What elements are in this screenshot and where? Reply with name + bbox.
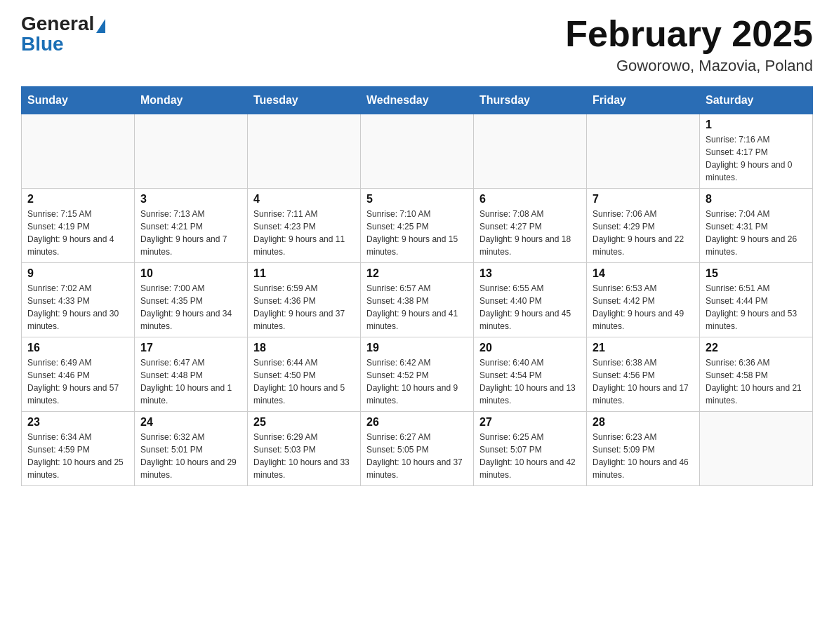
calendar-cell: 21Sunrise: 6:38 AM Sunset: 4:56 PM Dayli… — [587, 337, 700, 412]
day-info: Sunrise: 7:15 AM Sunset: 4:19 PM Dayligh… — [27, 208, 128, 258]
calendar-cell: 10Sunrise: 7:00 AM Sunset: 4:35 PM Dayli… — [135, 263, 248, 337]
day-info: Sunrise: 6:36 AM Sunset: 4:58 PM Dayligh… — [706, 356, 807, 407]
day-info: Sunrise: 6:34 AM Sunset: 4:59 PM Dayligh… — [27, 431, 128, 481]
day-number: 16 — [27, 342, 128, 354]
day-info: Sunrise: 6:27 AM Sunset: 5:05 PM Dayligh… — [366, 431, 468, 481]
calendar-cell: 14Sunrise: 6:53 AM Sunset: 4:42 PM Dayli… — [587, 263, 700, 337]
calendar-cell — [22, 114, 135, 189]
page-header: General Blue February 2025 Goworowo, Maz… — [21, 14, 813, 75]
calendar-header-row: SundayMondayTuesdayWednesdayThursdayFrid… — [22, 87, 813, 114]
day-number: 14 — [593, 267, 694, 280]
day-number: 25 — [253, 416, 355, 429]
day-number: 28 — [593, 416, 694, 429]
calendar-cell: 28Sunrise: 6:23 AM Sunset: 5:09 PM Dayli… — [587, 412, 700, 486]
day-number: 17 — [140, 342, 241, 354]
calendar-header-sunday: Sunday — [22, 87, 135, 114]
title-section: February 2025 Goworowo, Mazovia, Poland — [565, 14, 813, 75]
calendar-header-tuesday: Tuesday — [248, 87, 361, 114]
calendar-cell: 27Sunrise: 6:25 AM Sunset: 5:07 PM Dayli… — [474, 412, 587, 486]
day-number: 2 — [27, 193, 128, 206]
day-number: 23 — [27, 416, 128, 429]
calendar-cell: 2Sunrise: 7:15 AM Sunset: 4:19 PM Daylig… — [22, 189, 135, 263]
day-number: 21 — [593, 342, 694, 354]
calendar-cell: 5Sunrise: 7:10 AM Sunset: 4:25 PM Daylig… — [361, 189, 474, 263]
day-info: Sunrise: 6:51 AM Sunset: 4:44 PM Dayligh… — [706, 282, 807, 333]
day-info: Sunrise: 7:16 AM Sunset: 4:17 PM Dayligh… — [706, 133, 807, 184]
calendar-week-row: 1Sunrise: 7:16 AM Sunset: 4:17 PM Daylig… — [22, 114, 813, 189]
day-number: 1 — [706, 119, 807, 131]
day-info: Sunrise: 6:32 AM Sunset: 5:01 PM Dayligh… — [140, 431, 241, 481]
day-info: Sunrise: 6:59 AM Sunset: 4:36 PM Dayligh… — [253, 282, 355, 333]
day-number: 19 — [366, 342, 468, 354]
day-info: Sunrise: 7:13 AM Sunset: 4:21 PM Dayligh… — [140, 208, 241, 258]
calendar-cell: 19Sunrise: 6:42 AM Sunset: 4:52 PM Dayli… — [361, 337, 474, 412]
calendar-cell: 7Sunrise: 7:06 AM Sunset: 4:29 PM Daylig… — [587, 189, 700, 263]
day-number: 12 — [366, 267, 468, 280]
calendar-table: SundayMondayTuesdayWednesdayThursdayFrid… — [21, 86, 813, 486]
calendar-cell: 15Sunrise: 6:51 AM Sunset: 4:44 PM Dayli… — [700, 263, 813, 337]
calendar-cell — [474, 114, 587, 189]
calendar-cell: 1Sunrise: 7:16 AM Sunset: 4:17 PM Daylig… — [700, 114, 813, 189]
day-number: 7 — [593, 193, 694, 206]
day-info: Sunrise: 6:29 AM Sunset: 5:03 PM Dayligh… — [253, 431, 355, 481]
logo-general-text: General — [21, 13, 94, 34]
day-info: Sunrise: 7:10 AM Sunset: 4:25 PM Dayligh… — [366, 208, 468, 258]
calendar-cell: 20Sunrise: 6:40 AM Sunset: 4:54 PM Dayli… — [474, 337, 587, 412]
day-info: Sunrise: 7:11 AM Sunset: 4:23 PM Dayligh… — [253, 208, 355, 258]
calendar-cell: 13Sunrise: 6:55 AM Sunset: 4:40 PM Dayli… — [474, 263, 587, 337]
calendar-cell — [135, 114, 248, 189]
day-info: Sunrise: 6:25 AM Sunset: 5:07 PM Dayligh… — [479, 431, 581, 481]
day-info: Sunrise: 6:49 AM Sunset: 4:46 PM Dayligh… — [27, 356, 128, 407]
day-info: Sunrise: 6:38 AM Sunset: 4:56 PM Dayligh… — [593, 356, 694, 407]
day-number: 8 — [706, 193, 807, 206]
calendar-cell: 12Sunrise: 6:57 AM Sunset: 4:38 PM Dayli… — [361, 263, 474, 337]
calendar-week-row: 16Sunrise: 6:49 AM Sunset: 4:46 PM Dayli… — [22, 337, 813, 412]
day-info: Sunrise: 7:02 AM Sunset: 4:33 PM Dayligh… — [27, 282, 128, 333]
calendar-header-friday: Friday — [587, 87, 700, 114]
day-number: 9 — [27, 267, 128, 280]
calendar-cell: 23Sunrise: 6:34 AM Sunset: 4:59 PM Dayli… — [22, 412, 135, 486]
day-number: 6 — [479, 193, 581, 206]
day-info: Sunrise: 6:55 AM Sunset: 4:40 PM Dayligh… — [479, 282, 581, 333]
day-info: Sunrise: 6:42 AM Sunset: 4:52 PM Dayligh… — [366, 356, 468, 407]
logo-blue-text: Blue — [21, 33, 64, 55]
logo-triangle-icon — [96, 19, 105, 33]
calendar-cell: 11Sunrise: 6:59 AM Sunset: 4:36 PM Dayli… — [248, 263, 361, 337]
day-number: 5 — [366, 193, 468, 206]
day-info: Sunrise: 7:08 AM Sunset: 4:27 PM Dayligh… — [479, 208, 581, 258]
day-number: 20 — [479, 342, 581, 354]
calendar-cell: 4Sunrise: 7:11 AM Sunset: 4:23 PM Daylig… — [248, 189, 361, 263]
calendar-cell: 18Sunrise: 6:44 AM Sunset: 4:50 PM Dayli… — [248, 337, 361, 412]
calendar-header-saturday: Saturday — [700, 87, 813, 114]
calendar-week-row: 23Sunrise: 6:34 AM Sunset: 4:59 PM Dayli… — [22, 412, 813, 486]
calendar-header-thursday: Thursday — [474, 87, 587, 114]
calendar-cell: 25Sunrise: 6:29 AM Sunset: 5:03 PM Dayli… — [248, 412, 361, 486]
calendar-cell — [587, 114, 700, 189]
calendar-cell: 22Sunrise: 6:36 AM Sunset: 4:58 PM Dayli… — [700, 337, 813, 412]
calendar-cell: 9Sunrise: 7:02 AM Sunset: 4:33 PM Daylig… — [22, 263, 135, 337]
day-number: 11 — [253, 267, 355, 280]
day-info: Sunrise: 6:40 AM Sunset: 4:54 PM Dayligh… — [479, 356, 581, 407]
calendar-header-monday: Monday — [135, 87, 248, 114]
calendar-cell: 3Sunrise: 7:13 AM Sunset: 4:21 PM Daylig… — [135, 189, 248, 263]
day-info: Sunrise: 6:44 AM Sunset: 4:50 PM Dayligh… — [253, 356, 355, 407]
calendar-cell: 8Sunrise: 7:04 AM Sunset: 4:31 PM Daylig… — [700, 189, 813, 263]
calendar-week-row: 2Sunrise: 7:15 AM Sunset: 4:19 PM Daylig… — [22, 189, 813, 263]
calendar-cell: 6Sunrise: 7:08 AM Sunset: 4:27 PM Daylig… — [474, 189, 587, 263]
day-number: 26 — [366, 416, 468, 429]
calendar-cell — [700, 412, 813, 486]
calendar-cell: 26Sunrise: 6:27 AM Sunset: 5:05 PM Dayli… — [361, 412, 474, 486]
month-title: February 2025 — [565, 14, 813, 54]
day-info: Sunrise: 7:04 AM Sunset: 4:31 PM Dayligh… — [706, 208, 807, 258]
calendar-week-row: 9Sunrise: 7:02 AM Sunset: 4:33 PM Daylig… — [22, 263, 813, 337]
day-number: 27 — [479, 416, 581, 429]
day-number: 22 — [706, 342, 807, 354]
day-info: Sunrise: 6:57 AM Sunset: 4:38 PM Dayligh… — [366, 282, 468, 333]
day-number: 18 — [253, 342, 355, 354]
day-number: 24 — [140, 416, 241, 429]
day-info: Sunrise: 7:00 AM Sunset: 4:35 PM Dayligh… — [140, 282, 241, 333]
day-info: Sunrise: 6:53 AM Sunset: 4:42 PM Dayligh… — [593, 282, 694, 333]
day-info: Sunrise: 7:06 AM Sunset: 4:29 PM Dayligh… — [593, 208, 694, 258]
calendar-cell: 17Sunrise: 6:47 AM Sunset: 4:48 PM Dayli… — [135, 337, 248, 412]
day-info: Sunrise: 6:47 AM Sunset: 4:48 PM Dayligh… — [140, 356, 241, 407]
